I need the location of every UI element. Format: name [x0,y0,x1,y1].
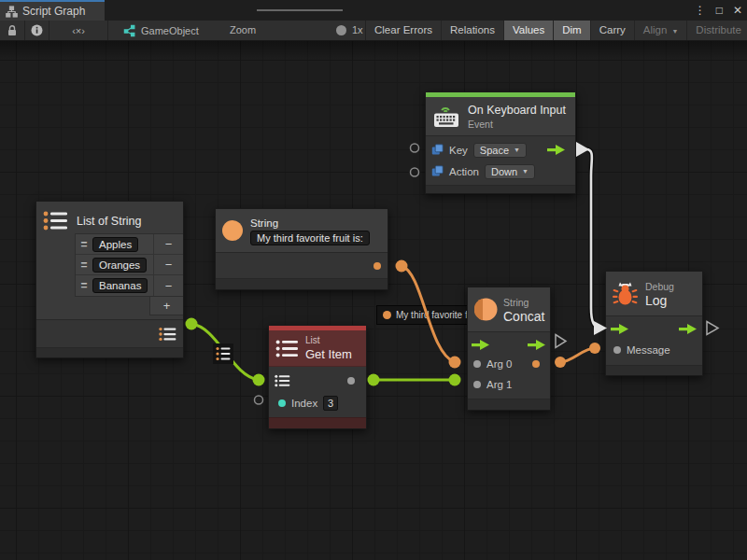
graph-owner-label: GameObject [141,25,199,36]
zoom-label: Zoom [230,24,256,35]
node-title: List of String [77,214,141,229]
list-inline-editor: = Apples − = Oranges − = Bananas − [75,233,183,297]
node-footer [216,278,388,289]
remove-item-button[interactable]: − [153,275,183,296]
clear-errors-button[interactable]: Clear Errors [366,21,442,40]
node-footer [36,347,183,357]
align-dropdown[interactable]: Align▼ [635,21,688,40]
lock-button[interactable] [0,21,24,40]
node-footer [606,365,702,375]
node-log[interactable]: Debug Log Message [605,271,703,376]
chevron-down-icon: ▼ [514,147,520,153]
zoom-value: 1x [352,24,363,35]
chevron-down-icon: ▼ [522,168,529,175]
title-bar: Script Graph ⋮ □ ✕ [0,0,747,21]
list-icon [275,339,299,358]
distribute-dropdown[interactable]: Distribute▼ [687,21,747,40]
info-button[interactable] [25,21,49,40]
drag-handle-icon[interactable]: = [76,259,92,272]
node-title: Get Item [305,347,352,362]
message-input-port[interactable] [613,346,621,354]
drag-handle-icon[interactable]: = [76,279,92,292]
keycode-icon [431,144,444,156]
remove-item-button[interactable]: − [153,234,183,255]
list-item-row: = Apples − [76,234,183,255]
flow-output-arrow-icon[interactable] [547,144,566,156]
code-view-button[interactable]: ‹×› [49,21,107,40]
bug-icon [613,281,638,306]
graph-owner-button[interactable]: GameObject [121,21,224,40]
lock-icon [7,24,18,36]
node-category: List [305,334,352,347]
tab-script-graph[interactable]: Script Graph [0,0,105,21]
carry-button[interactable]: Carry [591,21,635,40]
list-input-port-icon[interactable] [275,374,290,387]
node-footer [426,185,575,193]
close-icon[interactable]: ✕ [733,0,742,21]
chevron-down-icon: ▼ [671,28,678,35]
flow-input-arrow-icon[interactable] [610,323,630,335]
arg1-label: Arg 1 [486,379,513,390]
action-dropdown[interactable]: Down▼ [485,164,535,179]
node-concat[interactable]: String Concat Arg 0 [467,287,551,411]
flow-output-arrow-icon[interactable] [528,339,546,351]
node-on-keyboard-input[interactable]: On Keyboard Input Event Key Space▼ [425,91,576,194]
gameobject-icon [121,24,135,37]
dim-button[interactable]: Dim [554,21,590,40]
values-button[interactable]: Values [504,21,554,40]
node-title: String [250,216,370,231]
arg0-label: Arg 0 [486,358,513,370]
arg0-input-port[interactable] [473,360,481,368]
node-get-item[interactable]: List Get Item Index 3 [268,325,367,429]
node-footer [269,417,366,428]
item-output-port[interactable] [347,377,355,385]
string-output-port[interactable] [374,262,381,270]
index-input-port[interactable] [278,399,286,407]
list-item-field[interactable]: Oranges [92,258,147,273]
node-category: String [503,296,543,309]
node-string-literal[interactable]: String My third favorite fruit is: [215,208,388,290]
info-icon [31,24,43,36]
window-menu-icon[interactable]: ⋮ [695,0,706,21]
string-value-field[interactable]: My third favorite fruit is: [250,231,370,245]
node-title: On Keyboard Input [468,103,566,118]
graph-toolbar: ‹×› GameObject Zoom 1x Clear Errors Rela… [0,21,747,41]
string-value-dot [383,311,391,319]
relations-button[interactable]: Relations [442,21,504,40]
remove-item-button[interactable]: − [153,255,183,275]
zoom-slider-handle[interactable] [336,25,346,35]
graph-icon [6,6,18,18]
keyboard-icon [432,104,460,129]
node-category: Debug [645,280,674,293]
drag-handle-icon[interactable]: = [76,238,92,251]
flow-output-arrow-icon[interactable] [678,323,698,335]
index-value-field[interactable]: 3 [323,396,338,411]
string-icon [222,220,243,241]
arg1-input-port[interactable] [473,381,481,388]
list-item-row: = Bananas − [76,275,183,296]
node-title: Concat [503,309,543,324]
list-item-field[interactable]: Apples [92,237,138,252]
list-item-field[interactable]: Bananas [92,278,148,293]
maximize-icon[interactable]: □ [716,0,723,21]
node-subtitle: Event [468,118,566,131]
script-graph-window: Script Graph ⋮ □ ✕ ‹×› [0,0,747,560]
add-item-button[interactable]: + [149,297,183,315]
tab-title: Script Graph [22,5,85,18]
index-label: Index [291,398,317,409]
message-label: Message [627,344,670,356]
code-icon: ‹×› [72,25,85,36]
graph-canvas[interactable]: My third favorite fr... On Keyboard Inp [0,41,747,560]
result-output-port[interactable] [532,360,540,368]
flow-input-arrow-icon[interactable] [472,339,490,351]
node-title: Log [645,293,674,308]
list-icon [43,210,68,231]
key-dropdown[interactable]: Space▼ [473,143,527,158]
node-list-of-string[interactable]: List of String = Apples − = Oranges − = … [35,201,184,358]
concat-icon [474,298,498,321]
list-output-port-icon[interactable] [159,327,176,342]
toolbar-buttons: Clear Errors Relations Values Dim Carry … [366,21,747,40]
keycode-icon [431,165,444,177]
list-item-row: = Oranges − [76,255,183,275]
zoom-slider-track[interactable] [257,9,343,11]
